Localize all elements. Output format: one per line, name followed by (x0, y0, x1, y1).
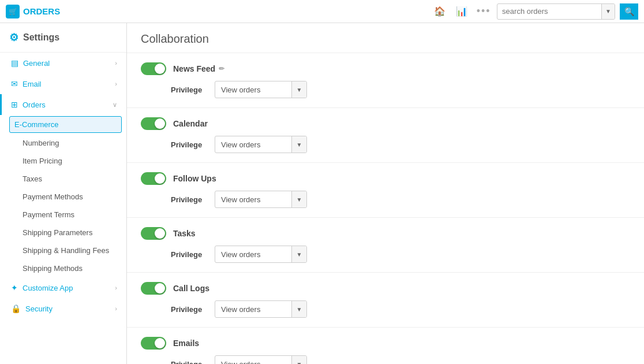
search-dropdown-button[interactable]: ▼ (601, 4, 615, 19)
privilege-label-follow-ups: Privilege (171, 195, 205, 204)
privilege-select-news-feed[interactable]: View orders ▼ (215, 81, 307, 98)
privilege-select-emails[interactable]: View orders ▼ (215, 355, 307, 364)
privilege-value-news-feed: View orders (215, 86, 291, 94)
privilege-select-calendar[interactable]: View orders ▼ (215, 136, 307, 153)
sidebar-sub-item-shipping-handling-fees[interactable]: Shipping & Handling Fees (0, 242, 126, 259)
sidebar-title: Settings (23, 32, 59, 43)
row-title-tasks: Tasks (173, 229, 196, 238)
toggle-calendar[interactable] (141, 117, 166, 130)
collab-row-news-feed: News Feed ✏ Privilege View orders ▼ (127, 53, 644, 108)
privilege-value-emails: View orders (215, 360, 291, 365)
toggle-emails[interactable] (141, 337, 166, 350)
privilege-row-tasks: Privilege View orders ▼ (141, 246, 630, 263)
sidebar: ⚙ Settings ▤ General › ✉ Email › ⊞ Order… (0, 23, 127, 364)
toggle-news-feed[interactable] (141, 62, 166, 75)
privilege-row-follow-ups: Privilege View orders ▼ (141, 191, 630, 208)
main-content: Collaboration News Feed ✏ Privilege View… (127, 23, 644, 364)
chevron-right-icon: › (115, 60, 117, 66)
privilege-dropdown-arrow[interactable]: ▼ (291, 191, 306, 207)
collab-row-tasks: Tasks Privilege View orders ▼ (127, 218, 644, 273)
lock-icon: 🔒 (11, 304, 21, 313)
sidebar-header: ⚙ Settings (0, 23, 126, 53)
sidebar-item-general[interactable]: ▤ General › (0, 53, 126, 73)
privilege-select-follow-ups[interactable]: View orders ▼ (215, 191, 307, 208)
toggle-tasks[interactable] (141, 227, 166, 240)
row-title-follow-ups: Follow Ups (173, 174, 216, 183)
sidebar-sub-item-numbering[interactable]: Numbering (0, 134, 126, 152)
topbar: 🛒 ORDERS 🏠 📊 ••• ▼ 🔍 (0, 0, 644, 23)
privilege-dropdown-arrow[interactable]: ▼ (291, 301, 306, 317)
search-button[interactable]: 🔍 (620, 3, 638, 20)
collab-row-calendar: Calendar Privilege View orders ▼ (127, 108, 644, 163)
privilege-dropdown-arrow[interactable]: ▼ (291, 356, 306, 364)
customize-icon: ✦ (11, 283, 18, 292)
row-top-call-logs: Call Logs (141, 282, 630, 295)
privilege-label-tasks: Privilege (171, 250, 205, 259)
row-title-call-logs: Call Logs (173, 284, 209, 293)
settings-gear-icon: ⚙ (9, 31, 18, 44)
chevron-right-icon: › (115, 80, 117, 87)
collab-row-emails: Emails Privilege View orders ▼ Include H… (127, 328, 644, 364)
home-icon[interactable]: 🏠 (431, 3, 448, 20)
privilege-dropdown-arrow[interactable]: ▼ (291, 81, 306, 98)
toggle-knob (155, 64, 165, 74)
collab-row-call-logs: Call Logs Privilege View orders ▼ (127, 273, 644, 328)
row-top-emails: Emails (141, 337, 630, 350)
privilege-row-emails: Privilege View orders ▼ (141, 355, 630, 364)
search-input[interactable] (497, 7, 601, 16)
sidebar-label-general: General (23, 59, 50, 68)
main-layout: ⚙ Settings ▤ General › ✉ Email › ⊞ Order… (0, 23, 644, 364)
row-title-calendar: Calendar (173, 119, 208, 128)
sidebar-sub-item-taxes[interactable]: Taxes (0, 170, 126, 188)
sidebar-sub-item-shipping-methods[interactable]: Shipping Methods (0, 259, 126, 277)
privilege-dropdown-arrow[interactable]: ▼ (291, 136, 306, 153)
edit-icon[interactable]: ✏ (219, 65, 224, 73)
privilege-select-tasks[interactable]: View orders ▼ (215, 246, 307, 263)
privilege-row-call-logs: Privilege View orders ▼ (141, 300, 630, 318)
row-title-emails: Emails (173, 339, 199, 348)
orders-submenu: E-Commerce Numbering Item Pricing Taxes … (0, 116, 126, 277)
row-title-news-feed: News Feed ✏ (173, 64, 224, 73)
general-icon: ▤ (11, 58, 18, 68)
privilege-label-call-logs: Privilege (171, 305, 205, 314)
privilege-label-emails: Privilege (171, 360, 205, 365)
sidebar-item-orders[interactable]: ⊞ Orders ∨ (0, 94, 126, 115)
privilege-label-news-feed: Privilege (171, 86, 205, 94)
row-top-follow-ups: Follow Ups (141, 172, 630, 185)
more-icon[interactable]: ••• (475, 3, 492, 20)
toggle-knob (155, 283, 165, 294)
row-top-tasks: Tasks (141, 227, 630, 240)
sidebar-sub-item-ecommerce[interactable]: E-Commerce (9, 116, 122, 133)
chart-icon[interactable]: 📊 (453, 3, 470, 20)
privilege-dropdown-arrow[interactable]: ▼ (291, 246, 306, 262)
privilege-value-follow-ups: View orders (215, 195, 291, 204)
section-title: Collaboration (127, 23, 644, 53)
sidebar-item-security[interactable]: 🔒 Security › (0, 298, 126, 319)
sidebar-item-email[interactable]: ✉ Email › (0, 73, 126, 94)
privilege-select-call-logs[interactable]: View orders ▼ (215, 300, 307, 318)
toggle-follow-ups[interactable] (141, 172, 166, 185)
orders-icon: ⊞ (11, 100, 18, 109)
sidebar-sub-item-shipping-parameters[interactable]: Shipping Parameters (0, 224, 126, 242)
sidebar-sub-item-payment-methods[interactable]: Payment Methods (0, 188, 126, 206)
chevron-right-icon: › (115, 305, 117, 312)
logo-icon: 🛒 (6, 5, 20, 18)
collab-row-follow-ups: Follow Ups Privilege View orders ▼ (127, 163, 644, 218)
app-name: ORDERS (23, 6, 60, 16)
row-top-news-feed: News Feed ✏ (141, 62, 630, 75)
collaboration-rows: News Feed ✏ Privilege View orders ▼ Cale… (127, 53, 644, 364)
sidebar-item-customize-app[interactable]: ✦ Customize App › (0, 277, 126, 298)
chevron-right-icon: › (115, 284, 117, 291)
sidebar-label-email: Email (23, 80, 42, 88)
toggle-knob (155, 338, 165, 348)
privilege-value-call-logs: View orders (215, 305, 291, 314)
sidebar-label-customize-app: Customize App (23, 284, 73, 292)
toggle-knob (155, 228, 165, 239)
chevron-down-icon: ∨ (113, 101, 117, 109)
sidebar-label-security: Security (25, 304, 53, 313)
toggle-call-logs[interactable] (141, 282, 166, 295)
toggle-knob (155, 173, 165, 184)
search-container: ▼ (497, 3, 615, 20)
sidebar-sub-item-item-pricing[interactable]: Item Pricing (0, 152, 126, 170)
sidebar-sub-item-payment-terms[interactable]: Payment Terms (0, 206, 126, 224)
